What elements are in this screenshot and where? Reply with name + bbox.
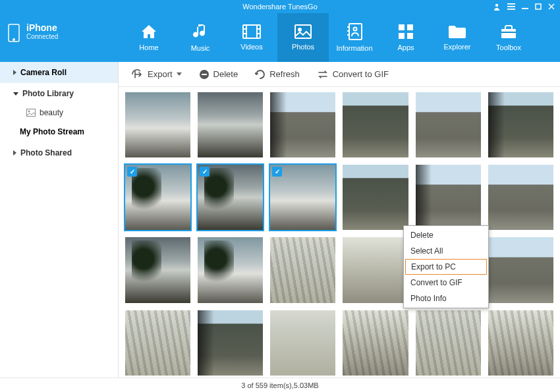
nav-explorer[interactable]: Explorer (432, 13, 483, 62)
ctx-export-pc[interactable]: Export to PC (405, 259, 487, 275)
svg-point-18 (298, 28, 301, 31)
expand-icon (13, 150, 16, 155)
ctx-photo-info[interactable]: Photo Info (404, 291, 488, 306)
photo-image (488, 310, 553, 376)
export-icon (132, 69, 144, 80)
convert-icon (317, 70, 329, 79)
device-name: iPhone (26, 22, 58, 33)
nav-information[interactable]: Information (329, 13, 380, 62)
photo-thumb[interactable] (269, 91, 337, 159)
svg-rect-10 (243, 25, 260, 38)
svg-rect-4 (522, 8, 528, 9)
svg-rect-27 (407, 33, 413, 39)
checkmark-icon (200, 167, 210, 177)
svg-point-23 (354, 28, 357, 31)
photo-thumb[interactable] (269, 236, 337, 304)
photo-thumb[interactable] (341, 236, 409, 304)
nav-apps[interactable]: Apps (380, 13, 432, 62)
ctx-convert-gif[interactable]: Convert to GIF (404, 275, 488, 291)
svg-point-9 (13, 39, 14, 40)
photo-image (270, 92, 335, 157)
photo-thumb[interactable] (487, 163, 555, 231)
menu-icon[interactable] (507, 3, 515, 10)
main: Camera Roll Photo Library beauty My Phot… (0, 62, 560, 378)
photo-thumb[interactable] (196, 309, 264, 377)
statusbar: 3 of 559 item(s),5.03MB (0, 378, 560, 392)
photo-thumb[interactable] (487, 236, 555, 304)
photo-thumb[interactable] (124, 163, 192, 231)
svg-rect-2 (507, 6, 515, 7)
photo-thumb[interactable] (196, 163, 264, 231)
export-button[interactable]: Export (125, 67, 188, 82)
sidebar-item-photo-shared[interactable]: Photo Shared (0, 142, 118, 163)
ctx-delete[interactable]: Delete (404, 227, 488, 243)
photo-image (270, 310, 335, 376)
apps-icon (398, 24, 414, 40)
photo-image (416, 310, 481, 376)
delete-button[interactable]: Delete (192, 67, 245, 82)
photo-thumb[interactable] (487, 309, 555, 377)
photo-image (416, 165, 481, 230)
photo-image (343, 310, 408, 376)
photo-thumb[interactable] (196, 236, 264, 304)
photo-image (488, 165, 553, 230)
photo-thumb[interactable] (341, 309, 409, 377)
photo-thumb[interactable] (269, 163, 337, 231)
home-icon (140, 24, 157, 40)
close-icon[interactable] (548, 3, 555, 10)
photo-thumb[interactable] (414, 91, 482, 159)
toolbar: Export Delete Refresh Convert to GIF (119, 62, 560, 87)
photo-thumb[interactable] (341, 91, 409, 159)
photo-image (198, 310, 263, 376)
sidebar-item-my-photo-stream[interactable]: My Photo Stream (0, 121, 118, 142)
photo-thumb[interactable] (124, 236, 192, 304)
content: Export Delete Refresh Convert to GIF Del… (119, 62, 560, 378)
photo-image (125, 92, 190, 157)
sidebar-item-camera-roll[interactable]: Camera Roll (0, 62, 118, 83)
phone-icon (8, 24, 20, 42)
status-text: 3 of 559 item(s),5.03MB (241, 381, 318, 389)
maximize-icon[interactable] (535, 3, 542, 10)
svg-rect-33 (202, 74, 207, 75)
photo-thumb[interactable] (269, 309, 337, 377)
nav-photos[interactable]: Photos (277, 13, 329, 62)
svg-rect-26 (399, 33, 405, 39)
navbar: iPhone Connected Home Music Videos Photo… (0, 13, 560, 62)
user-icon[interactable] (493, 3, 501, 11)
nav-home[interactable]: Home (123, 13, 175, 62)
photo-image (198, 237, 263, 302)
photo-image (270, 237, 335, 302)
photo-thumb[interactable] (341, 163, 409, 231)
photo-thumb[interactable] (414, 163, 482, 231)
svg-rect-3 (507, 9, 515, 10)
svg-point-31 (28, 111, 30, 112)
svg-rect-19 (349, 24, 362, 40)
context-menu: Delete Select All Export to PC Convert t… (403, 225, 489, 308)
photo-thumb[interactable] (487, 91, 555, 159)
photo-thumb[interactable] (124, 309, 192, 377)
photo-thumb[interactable] (196, 91, 264, 159)
photo-image (125, 237, 190, 302)
convert-button[interactable]: Convert to GIF (310, 67, 395, 82)
nav-toolbox[interactable]: Toolbox (483, 13, 534, 62)
nav-videos[interactable]: Videos (226, 13, 277, 62)
ctx-select-all[interactable]: Select All (404, 243, 488, 259)
photo-image (343, 92, 408, 157)
refresh-button[interactable]: Refresh (248, 67, 306, 82)
checkmark-icon (127, 167, 137, 177)
photo-thumb[interactable] (414, 309, 482, 377)
svg-point-0 (495, 4, 498, 7)
svg-rect-24 (399, 24, 405, 30)
photo-thumb[interactable] (124, 91, 192, 159)
nav-music[interactable]: Music (175, 13, 226, 62)
svg-rect-17 (295, 25, 311, 38)
sidebar-item-beauty[interactable]: beauty (0, 104, 118, 121)
device-info[interactable]: iPhone Connected (8, 13, 123, 62)
photo-image (343, 165, 408, 230)
sidebar-item-photo-library[interactable]: Photo Library (0, 83, 118, 104)
minimize-icon[interactable] (522, 3, 528, 10)
collapse-icon (13, 92, 18, 96)
information-icon (347, 23, 362, 40)
expand-icon (13, 70, 16, 75)
refresh-icon (255, 69, 266, 80)
